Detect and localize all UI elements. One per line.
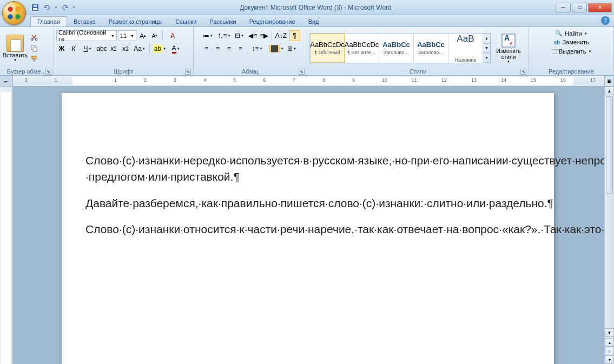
gallery-up-icon[interactable]: ▲ [483,34,491,43]
paragraph-launcher[interactable]: ⬊ [299,69,305,75]
tab-home[interactable]: Главная [30,16,67,27]
font-color-button[interactable]: A▼ [168,43,183,54]
style-normal[interactable]: AaBbCcDc¶ Обычный [310,34,345,63]
group-font: Calibri (Основной те▼ 11▼ A▴ A▾ A̷ Ж К Ч… [54,27,194,75]
tab-mailings[interactable]: Рассылки [203,17,242,27]
justify-button[interactable]: ≡ [235,43,246,54]
highlight-button[interactable]: ab▼ [152,43,167,54]
browse-object-icon[interactable]: ○ [605,347,614,355]
tab-view[interactable]: Вид [302,17,326,27]
line-spacing-button[interactable]: ↕≡▼ [250,43,265,54]
svg-point-3 [15,14,20,19]
pilcrow-button[interactable]: ¶ [289,30,300,41]
numbering-button[interactable]: ⒈≡▼ [216,30,232,41]
save-icon[interactable] [30,3,40,12]
ruler-horizontal: ⌐ 211234567891011121314151617 ▣ [0,76,614,87]
ruler[interactable]: 211234567891011121314151617 [13,76,614,86]
document-viewport[interactable]: Слово·(с)·изнанки·нередко·используется·в… [13,87,604,364]
select-button[interactable]: ⬚Выделить ▼ [550,47,593,55]
gallery-more-icon[interactable]: ▾ [483,53,491,63]
replace-button[interactable]: abЗаменить [552,38,590,46]
change-case-button[interactable]: Aa▼ [132,43,147,54]
clipboard-launcher[interactable]: ⬊ [45,69,51,75]
window-title: Документ Microsoft Office Word (3) - Mic… [76,4,556,11]
group-editing: 🔍Найти ▼ abЗаменить ⬚Выделить ▼ Редактир… [529,27,614,75]
superscript-button[interactable]: x2 [120,43,131,54]
scroll-up-icon[interactable]: ▲ [605,87,614,95]
style-title[interactable]: АаВНазвание [448,34,483,63]
styles-launcher[interactable]: ⬊ [520,69,526,75]
subscript-button[interactable]: x2 [108,43,119,54]
paragraph-3[interactable]: Слово·(с)·изнанки·относится·к·части·речи… [85,221,505,237]
svg-rect-11 [32,56,36,59]
bold-button[interactable]: Ж [56,43,67,54]
svg-rect-6 [34,5,37,7]
underline-button[interactable]: Ч▼ [80,43,95,54]
grow-font-icon[interactable]: A▴ [137,30,148,41]
align-right-button[interactable]: ≡ [224,43,235,54]
replace-icon: ab [553,39,560,45]
font-size-combo[interactable]: 11▼ [118,30,136,41]
cut-icon[interactable] [29,32,39,42]
redo-icon[interactable] [60,3,70,12]
qat-customize-icon[interactable]: ▼ [72,5,76,9]
quick-access-toolbar: ▼ ▼ [30,3,76,12]
align-center-button[interactable]: ≡ [213,43,223,54]
ribbon-tabs: Главная Вставка Разметка страницы Ссылки… [0,15,614,27]
multilevel-button[interactable]: ⊟▼ [232,30,247,41]
editing-group-label: Редактирование [531,68,611,75]
find-button[interactable]: 🔍Найти ▼ [554,29,588,37]
vertical-scrollbar[interactable]: ▲ ▼ ▴ ○ ▾ [604,87,614,364]
font-group-label: Шрифт⬊ [56,68,191,75]
align-left-button[interactable]: ≡ [201,43,212,54]
strike-button[interactable]: abc [96,43,107,54]
shrink-font-icon[interactable]: A▾ [149,30,160,41]
group-clipboard: Вставить ▼ Буфер обме…⬊ [0,27,54,75]
bullets-button[interactable]: ≔▼ [201,30,216,41]
borders-button[interactable]: ⊞▼ [285,43,300,54]
undo-dropdown-icon[interactable]: ▼ [54,5,58,9]
paragraph-2[interactable]: Давайте·разберемся,·как·правильно·пишетс… [85,195,505,211]
maximize-button[interactable]: ▭ [572,3,587,12]
scroll-down-icon[interactable]: ▼ [605,328,614,337]
svg-point-2 [8,14,12,19]
gallery-down-icon[interactable]: ▼ [483,43,491,53]
tab-layout[interactable]: Разметка страницы [102,17,169,27]
clipboard-group-label: Буфер обме…⬊ [2,68,51,75]
svg-point-0 [8,6,12,11]
indent-button[interactable]: ≡▶ [259,30,270,41]
gallery-scroll: ▲ ▼ ▾ [483,34,491,63]
tab-selector[interactable]: ⌐ [0,76,13,86]
page[interactable]: Слово·(с)·изнанки·нередко·используется·в… [62,93,554,364]
style-heading1[interactable]: AaBbCcЗаголово… [379,34,414,63]
prev-page-icon[interactable]: ▴ [605,338,614,347]
copy-icon[interactable] [29,43,39,53]
minimize-button[interactable]: ─ [556,3,571,12]
tab-references[interactable]: Ссылки [169,17,203,27]
sort-button[interactable]: A↓Z [274,30,289,41]
ruler-vertical[interactable] [0,87,13,364]
ribbon: Вставить ▼ Буфер обме…⬊ Calibri (Основно… [0,27,614,76]
tab-insert[interactable]: Вставка [67,17,102,27]
next-page-icon[interactable]: ▾ [605,355,614,364]
tab-review[interactable]: Рецензирование [243,17,302,27]
font-name-combo[interactable]: Calibri (Основной те▼ [56,30,117,41]
change-styles-button[interactable]: AA Изменить стили ▼ [493,33,524,63]
svg-rect-5 [33,8,37,10]
scroll-thumb[interactable] [606,96,613,194]
paste-button[interactable]: Вставить ▼ [2,34,28,63]
format-painter-icon[interactable] [29,54,39,64]
undo-icon[interactable] [42,3,52,12]
style-no-spacing[interactable]: AaBbCcDc¶ Без инте… [345,34,379,63]
ruler-toggle-icon[interactable]: ▣ [604,76,614,87]
style-heading2[interactable]: AaBbCcЗаголово… [414,34,448,63]
font-launcher[interactable]: ⬊ [185,69,191,75]
help-icon[interactable]: ? [601,16,610,25]
clear-format-icon[interactable]: A̷ [165,30,180,41]
outdent-button[interactable]: ◀≡ [248,30,259,41]
paragraph-1[interactable]: Слово·(с)·изнанки·нередко·используется·в… [85,153,505,186]
close-button[interactable]: ✕ [588,3,612,12]
shading-button[interactable]: ⬛▼ [269,43,284,54]
office-button[interactable] [2,1,26,25]
italic-button[interactable]: К [68,43,79,54]
